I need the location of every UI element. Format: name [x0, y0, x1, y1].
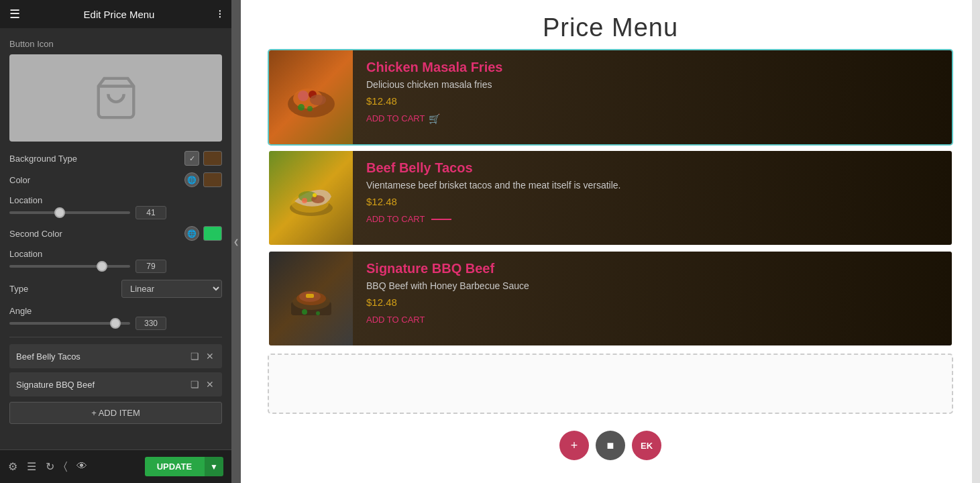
add-to-cart-beef-button[interactable]: ADD TO CART: [366, 214, 451, 224]
add-to-cart-underline-beef: [431, 219, 451, 220]
button-icon-preview: [9, 54, 222, 142]
duplicate-item-beef-button[interactable]: ❏: [189, 350, 201, 363]
color-swatch-2[interactable]: [203, 226, 222, 241]
angle-row: Angle 330: [9, 305, 222, 330]
location1-row: Location 41: [9, 194, 222, 219]
color-label: Color: [9, 175, 30, 185]
location1-slider-container: 41: [9, 206, 222, 219]
list-item: Signature BBQ Beef ❏ ✕: [9, 372, 222, 396]
menu-card-beef[interactable]: Beef Belly Tacos Vientamese beef brisket…: [268, 150, 953, 246]
add-to-cart-bbq-button[interactable]: ADD TO CART: [366, 315, 425, 325]
type-label: Type: [9, 284, 28, 294]
update-dropdown-button[interactable]: ▼: [204, 457, 223, 476]
color-globe-icon[interactable]: 🌐: [184, 172, 199, 187]
settings-icon[interactable]: ⚙: [8, 460, 17, 473]
menu-card-image-bbq: [269, 252, 353, 345]
panel-content-area: Button Icon Background Type ✓ Color 🌐: [0, 28, 231, 449]
menu-card-body-chicken: Chicken Masala Fries Delicious chicken m…: [353, 50, 952, 144]
svg-point-7: [307, 106, 313, 111]
grid-icon[interactable]: ⁝: [218, 7, 222, 21]
history-icon[interactable]: ↻: [46, 460, 54, 473]
fab-stop-button[interactable]: ■: [596, 431, 625, 460]
background-type-label: Background Type: [9, 154, 77, 164]
menu-card-image-chicken: [269, 50, 353, 144]
add-to-cart-label-chicken: ADD TO CART: [366, 113, 425, 123]
remove-item-bbq-button[interactable]: ✕: [205, 378, 215, 391]
layers-icon[interactable]: ☰: [27, 460, 36, 473]
fab-add-button[interactable]: +: [559, 431, 589, 460]
location2-slider[interactable]: [9, 265, 130, 268]
collapse-handle[interactable]: ❮: [231, 0, 241, 483]
color-controls: 🌐: [184, 172, 222, 187]
scrollbar[interactable]: [972, 0, 980, 483]
menu-card-chicken[interactable]: Chicken Masala Fries Delicious chicken m…: [268, 49, 953, 146]
location1-slider[interactable]: [9, 211, 130, 214]
list-item: Beef Belly Tacos ❏ ✕: [9, 344, 222, 368]
menu-card-bbq[interactable]: Signature BBQ Beef BBQ Beef with Honey B…: [268, 250, 953, 347]
type-select[interactable]: Linear Radial: [121, 280, 222, 298]
check-icon[interactable]: ✓: [184, 151, 199, 166]
menu-card-title-beef: Beef Belly Tacos: [366, 160, 938, 176]
item-name-bbq: Signature BBQ Beef: [16, 380, 189, 390]
panel-title: Edit Price Menu: [84, 9, 155, 20]
main-area: Price Menu Chicken Masala Fries Deliciou…: [241, 0, 980, 483]
page-title-area: Price Menu: [241, 0, 980, 49]
add-to-cart-chicken-button[interactable]: ADD TO CART 🛒: [366, 113, 440, 124]
menu-items-area: Chicken Masala Fries Delicious chicken m…: [241, 49, 980, 347]
add-item-label: + ADD ITEM: [91, 408, 140, 418]
menu-card-price-beef: $12.48: [366, 196, 938, 207]
svg-point-6: [298, 104, 305, 111]
panel-footer: ⚙ ☰ ↻ 〈 👁 UPDATE ▼: [0, 449, 231, 483]
page-title: Price Menu: [241, 13, 980, 42]
add-to-cart-label-bbq: ADD TO CART: [366, 315, 425, 325]
item-actions-bbq: ❏ ✕: [189, 378, 215, 391]
second-color-row: Second Color 🌐: [9, 226, 222, 241]
remove-item-beef-button[interactable]: ✕: [205, 350, 215, 363]
menu-card-price-bbq: $12.48: [366, 297, 938, 308]
footer-icons: ⚙ ☰ ↻ 〈 👁: [8, 460, 87, 473]
panel-header: ☰ Edit Price Menu ⁝: [0, 0, 231, 28]
svg-rect-20: [306, 294, 314, 298]
menu-card-image-beef: [269, 151, 353, 245]
menu-card-title-bbq: Signature BBQ Beef: [366, 261, 938, 276]
svg-point-13: [313, 193, 317, 197]
device-icon[interactable]: 〈: [64, 460, 67, 473]
angle-value-input[interactable]: 330: [135, 317, 166, 330]
angle-slider[interactable]: [9, 322, 130, 325]
item-name-beef: Beef Belly Tacos: [16, 352, 189, 362]
bbq-image-svg: [284, 272, 338, 325]
divider-1: [9, 337, 222, 337]
update-button[interactable]: UPDATE: [145, 457, 204, 476]
menu-card-price-chicken: $12.48: [366, 95, 938, 107]
solid-color-swatch[interactable]: [203, 151, 222, 166]
add-to-cart-label-beef: ADD TO CART: [366, 214, 425, 224]
drop-zone[interactable]: [268, 354, 953, 414]
menu-card-desc-bbq: BBQ Beef with Honey Barbecue Sauce: [366, 280, 938, 291]
location2-row: Location 79: [9, 248, 222, 273]
update-btn-group: UPDATE ▼: [145, 457, 223, 476]
menu-card-desc-chicken: Delicious chicken masala fries: [366, 79, 938, 90]
svg-point-12: [302, 198, 307, 203]
left-panel: ☰ Edit Price Menu ⁝ Button Icon Backgrou…: [0, 0, 231, 483]
svg-point-5: [310, 95, 326, 105]
location2-value-input[interactable]: 79: [135, 260, 166, 273]
menu-card-body-beef: Beef Belly Tacos Vientamese beef brisket…: [353, 151, 952, 245]
second-color-globe-icon[interactable]: 🌐: [184, 226, 199, 241]
background-type-row: Background Type ✓: [9, 151, 222, 166]
svg-point-18: [302, 309, 307, 315]
second-color-label: Second Color: [9, 229, 62, 239]
hamburger-icon[interactable]: ☰: [9, 7, 20, 21]
button-icon-label: Button Icon: [9, 39, 222, 49]
duplicate-item-bbq-button[interactable]: ❏: [189, 378, 201, 391]
menu-card-title-chicken: Chicken Masala Fries: [366, 60, 938, 75]
add-item-button[interactable]: + ADD ITEM: [9, 402, 222, 424]
fab-ek-button[interactable]: EK: [632, 431, 661, 460]
menu-card-body-bbq: Signature BBQ Beef BBQ Beef with Honey B…: [353, 252, 952, 345]
location1-label: Location: [9, 195, 42, 205]
location1-value-input[interactable]: 41: [135, 206, 166, 219]
location2-label: Location: [9, 249, 42, 259]
beef-image-svg: [284, 171, 338, 225]
svg-point-19: [316, 311, 320, 315]
color-swatch-1[interactable]: [203, 172, 222, 187]
eye-icon[interactable]: 👁: [76, 460, 87, 473]
